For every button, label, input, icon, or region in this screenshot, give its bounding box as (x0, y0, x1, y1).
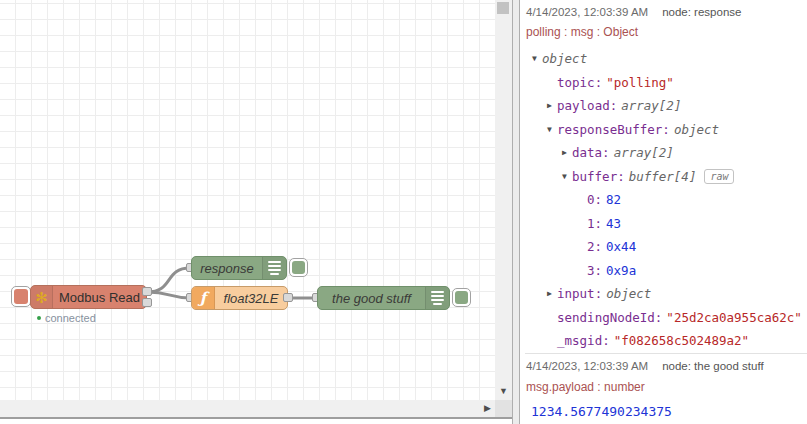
node-response[interactable]: response (191, 256, 287, 280)
tree-key: 3: (587, 263, 602, 278)
modbus-node-button[interactable] (11, 286, 31, 307)
debug-tree-row: ▼object (525, 47, 807, 71)
tree-value: "f082658c502489a2" (614, 333, 749, 348)
node-label-float32le: float32LE (215, 291, 287, 306)
canvas-bottom-border (0, 417, 512, 419)
sidebar-splitter[interactable] (512, 0, 520, 424)
debug-timestamp: 4/14/2023, 12:03:39 AM (526, 360, 648, 372)
response-debug-toggle-button[interactable] (289, 258, 308, 277)
function-f-glyph: ƒ (200, 289, 206, 307)
expander-down-icon[interactable]: ▼ (547, 125, 557, 134)
expander-down-icon[interactable]: ▼ (532, 54, 542, 63)
modbus-status: connected (37, 312, 96, 324)
node-red-window: ✻ Modbus Read connected response ƒ (0, 0, 807, 424)
tree-key: payload: (557, 98, 617, 113)
node-float32le[interactable]: ƒ float32LE (191, 286, 288, 310)
debug-message-2: 4/14/2023, 12:03:39 AM node: the good st… (525, 354, 807, 424)
debug-tree-row: topic:"polling" (525, 71, 807, 95)
canvas-horizontal-scrollbar[interactable]: ▶ (0, 400, 495, 417)
tree-value: 43 (606, 216, 621, 231)
modbus-output-port-2[interactable] (142, 298, 152, 307)
debug-payload-number: 1234.5677490234375 (525, 398, 807, 424)
tree-key: topic: (557, 75, 602, 90)
expander-right-icon[interactable]: ▶ (562, 148, 572, 157)
debug-source-node-link[interactable]: node: response (662, 6, 741, 18)
modbus-flower-icon: ✻ (35, 290, 48, 305)
tree-value: "25d2ca0a955ca62c" (666, 310, 801, 325)
node-the-good-stuff[interactable]: the good stuff (317, 286, 450, 310)
response-toggle-fill (292, 261, 305, 274)
status-text: connected (45, 312, 96, 324)
scroll-right-arrow-icon[interactable]: ▶ (484, 404, 491, 413)
tree-value: buffer[4] (629, 169, 697, 184)
scroll-down-arrow-icon[interactable]: ▼ (495, 387, 512, 396)
expander-right-icon[interactable]: ▶ (547, 289, 557, 298)
debug-icon (425, 287, 449, 309)
tree-value: 0x44 (606, 239, 636, 254)
debug-topic-line: polling : msg : Object (525, 25, 807, 43)
debug-tree-row: ▼buffer:buffer[4]raw (525, 165, 807, 189)
debug-message-header: 4/14/2023, 12:03:39 AM node: the good st… (525, 360, 807, 376)
tree-value: object (674, 122, 719, 137)
debug-tree-row: _msgid:"f082658c502489a2" (525, 329, 807, 353)
tree-value: object (606, 286, 651, 301)
debug-tree: ▼objecttopic:"polling"▶payload:array[2]▼… (525, 47, 807, 353)
vertical-scrollbar-thumb[interactable] (497, 2, 509, 14)
node-label-goodstuff: the good stuff (318, 291, 425, 306)
node-label-modbus: Modbus Read (53, 290, 146, 305)
modbus-icon-box: ✻ (31, 286, 53, 308)
debug-message-header: 4/14/2023, 12:03:39 AM node: response (525, 6, 807, 22)
modbus-node-button-fill (14, 289, 28, 304)
tree-key: 0: (587, 192, 602, 207)
raw-button[interactable]: raw (704, 169, 734, 184)
debug-tree-row: 2:0x44 (525, 235, 807, 259)
scrollbar-corner (495, 400, 512, 417)
tree-key: 2: (587, 239, 602, 254)
function-icon: ƒ (192, 287, 215, 309)
tree-key: sendingNodeId: (557, 310, 662, 325)
tree-value: "polling" (606, 75, 674, 90)
tree-key: _msgid: (557, 333, 610, 348)
debug-tree-row: 3:0x9a (525, 259, 807, 283)
tree-value: 0x9a (606, 263, 636, 278)
tree-value: object (542, 51, 587, 66)
debug-source-node-link[interactable]: node: the good stuff (662, 360, 763, 372)
debug-tree-row: ▼responseBuffer:object (525, 118, 807, 142)
tree-key: responseBuffer: (557, 122, 670, 137)
debug-icon (262, 257, 286, 279)
tree-key: input: (557, 286, 602, 301)
tree-value: array[2] (621, 98, 681, 113)
tree-key: data: (572, 145, 610, 160)
canvas-vertical-scrollbar[interactable]: ▼ (495, 0, 512, 400)
tree-key: 1: (587, 216, 602, 231)
debug-timestamp: 4/14/2023, 12:03:39 AM (526, 6, 648, 18)
debug-tree-row: 0:82 (525, 188, 807, 212)
flow-canvas[interactable]: ✻ Modbus Read connected response ƒ (0, 0, 495, 400)
goodstuff-debug-toggle-button[interactable] (452, 288, 471, 307)
status-ring-icon (37, 316, 41, 320)
tree-value: array[2] (614, 145, 674, 160)
debug-tree-row: ▶input:object (525, 282, 807, 306)
wire-modbus-to-response[interactable] (147, 268, 190, 292)
wire-modbus-to-function[interactable] (147, 292, 190, 298)
tree-value: 82 (606, 192, 621, 207)
node-label-response: response (192, 261, 262, 276)
debug-message-1: 4/14/2023, 12:03:39 AM node: response po… (525, 0, 807, 354)
function-output-port[interactable] (283, 293, 293, 302)
modbus-output-port-1[interactable] (142, 287, 152, 296)
debug-tree-row: 1:43 (525, 212, 807, 236)
expander-down-icon[interactable]: ▼ (562, 172, 572, 181)
node-modbus-read[interactable]: ✻ Modbus Read (30, 285, 147, 309)
debug-tree-row: sendingNodeId:"25d2ca0a955ca62c" (525, 306, 807, 330)
wire-layer (0, 0, 495, 400)
debug-tree-row: ▶payload:array[2] (525, 94, 807, 118)
debug-tree-row: ▶data:array[2] (525, 141, 807, 165)
debug-topic-line: msg.payload : number (525, 380, 807, 398)
expander-right-icon[interactable]: ▶ (547, 101, 557, 110)
goodstuff-toggle-fill (455, 291, 468, 304)
tree-key: buffer: (572, 169, 625, 184)
debug-sidebar: 4/14/2023, 12:03:39 AM node: response po… (520, 0, 807, 424)
